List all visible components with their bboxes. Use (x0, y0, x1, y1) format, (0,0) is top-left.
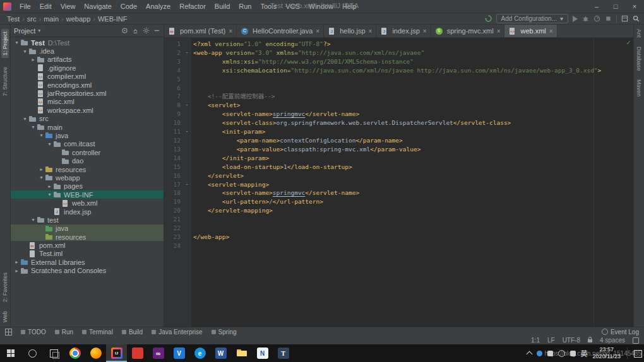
menu-file[interactable]: File (15, 0, 35, 13)
tree-item-test-iml-25[interactable]: Test.iml (11, 250, 164, 258)
code-text[interactable]: <load-on-startup>1</load-on-startup> (191, 163, 352, 172)
hidden-icons-chevron-icon[interactable] (526, 351, 532, 358)
readonly-lock-icon[interactable] (588, 339, 592, 342)
tab-hello-jsp[interactable]: hello.jsp× (324, 25, 376, 37)
tab-spring-mvc-xml[interactable]: spring-mvc.xml× (431, 25, 505, 37)
taskbar-app-file-explorer[interactable] (231, 344, 252, 362)
code-text[interactable]: </servlet> (191, 172, 244, 180)
tree-item-resources-15[interactable]: ▸resources (11, 165, 164, 173)
tree-item-pom-xml-24[interactable]: pom.xml (11, 241, 164, 249)
tree-item-test-21[interactable]: ▾test (11, 216, 164, 224)
tree-item-gitignore-3[interactable]: .gitignore (11, 64, 164, 72)
close-button[interactable]: × (625, 0, 644, 13)
battery-icon[interactable] (570, 351, 576, 356)
expanded-arrow-icon[interactable]: ▾ (21, 116, 28, 122)
menu-run[interactable]: Run (234, 0, 256, 13)
code-text[interactable]: <init-param> (191, 127, 265, 136)
breadcrumb-item-main[interactable]: main (42, 15, 61, 23)
menu-analyze[interactable]: Analyze (141, 0, 175, 13)
code-text[interactable] (191, 215, 193, 224)
network-icon[interactable] (547, 351, 553, 356)
taskbar-app-visual-studio[interactable]: ∞ (148, 344, 169, 362)
tree-item-idea-1[interactable]: ▾.idea (11, 47, 164, 55)
code-text[interactable]: <servlet> (191, 101, 240, 110)
debug-icon[interactable] (582, 15, 589, 22)
tool-window-button-build[interactable]: Build (122, 329, 143, 336)
taskbar-app-chrome[interactable] (64, 344, 85, 362)
breadcrumb-item-test[interactable]: Test (5, 15, 21, 23)
search-everywhere-icon[interactable] (633, 15, 640, 22)
close-tab-icon[interactable]: × (229, 28, 232, 35)
code-text[interactable]: </init-param> (191, 154, 269, 163)
expanded-arrow-icon[interactable]: ▾ (13, 40, 20, 45)
tool-stripe-button-2-favorites[interactable]: 2: Favorites (2, 272, 8, 302)
tool-window-button-spring[interactable]: Spring (212, 329, 237, 336)
breadcrumb-item-webapp[interactable]: webapp (64, 15, 93, 23)
code-text[interactable] (191, 75, 193, 84)
close-tab-icon[interactable]: × (423, 28, 427, 35)
tool-stripe-button-maven[interactable]: Maven (636, 79, 642, 96)
tree-item-external-libraries-26[interactable]: ▸External Libraries (11, 258, 164, 266)
tool-window-switcher-icon[interactable] (5, 329, 12, 336)
editor[interactable]: 1<?xml version="1.0" encoding="UTF-8"?>2… (164, 38, 633, 327)
tab-web-xml[interactable]: web.xml× (504, 25, 557, 37)
action-center-icon[interactable] (634, 350, 642, 358)
tree-item-pages-17[interactable]: ▸pages (11, 182, 164, 190)
menu-build[interactable]: Build (210, 0, 234, 13)
taskbar-app-edge[interactable]: e (189, 344, 210, 362)
gear-icon[interactable] (143, 27, 150, 34)
fold-marker-icon[interactable]: - (183, 180, 191, 189)
tray-app-icon[interactable] (537, 351, 542, 356)
code-text[interactable]: </web-app> (191, 233, 229, 242)
tool-window-button-terminal[interactable]: Terminal (82, 329, 113, 336)
fold-marker-icon[interactable]: - (183, 101, 191, 110)
collapse-all-icon[interactable] (132, 27, 139, 34)
code-text[interactable]: <url-pattern>/</url-pattern> (191, 197, 323, 206)
project-structure-icon[interactable] (621, 15, 628, 22)
close-tab-icon[interactable]: × (369, 28, 373, 35)
maximize-button[interactable]: □ (606, 0, 625, 13)
taskbar-clock[interactable]: 23:57 2020/11/23 (593, 346, 621, 360)
tree-item-web-inf-18[interactable]: ▾WEB-INF (11, 190, 164, 199)
input-language-indicator[interactable]: 英 (581, 348, 588, 358)
code-text[interactable]: <servlet-class>org.springframework.web.s… (191, 119, 511, 127)
cortana-button[interactable] (21, 344, 43, 362)
taskbar-app-word[interactable]: W (210, 344, 231, 362)
collapsed-arrow-icon[interactable]: ▸ (13, 259, 20, 265)
close-tab-icon[interactable]: × (497, 28, 501, 35)
tool-stripe-button-7-structure[interactable]: 7: Structure (2, 67, 8, 96)
tool-window-button-java-enterprise[interactable]: Java Enterprise (152, 329, 202, 336)
tab-pom-xml-test[interactable]: pom.xml (Test)× (164, 25, 237, 37)
tool-stripe-button-ant[interactable]: Ant (636, 29, 642, 38)
tool-window-button-todo[interactable]: TODO (21, 329, 46, 336)
expanded-arrow-icon[interactable]: ▾ (30, 217, 37, 223)
code-text[interactable]: <servlet-mapping> (191, 180, 269, 189)
code-text[interactable]: </servlet-mapping> (191, 206, 273, 215)
expanded-arrow-icon[interactable]: ▾ (30, 124, 37, 130)
tree-item-test-0[interactable]: ▾TestD:\Test (11, 38, 164, 47)
collapsed-arrow-icon[interactable]: ▸ (38, 166, 45, 172)
close-tab-icon[interactable]: × (316, 28, 319, 35)
tree-item-resources-23[interactable]: resources (11, 233, 164, 241)
tree-item-artifacts-2[interactable]: ▸artifacts (11, 55, 164, 64)
taskbar-app-intellij-idea[interactable] (106, 344, 127, 362)
breadcrumb-item-src[interactable]: src (25, 15, 39, 23)
close-tab-icon[interactable]: × (549, 28, 553, 35)
collapsed-arrow-icon[interactable]: ▸ (30, 57, 37, 62)
tree-item-dao-14[interactable]: dao (11, 156, 164, 165)
maven-sync-icon[interactable] (485, 15, 492, 22)
caret-position-widget[interactable]: 1:1 (531, 337, 540, 344)
profiler-icon[interactable] (593, 15, 600, 22)
encoding-widget[interactable]: UTF-8 (563, 337, 580, 344)
expanded-arrow-icon[interactable]: ▾ (46, 192, 53, 197)
tree-item-compiler-xml-4[interactable]: compiler.xml (11, 73, 164, 81)
tree-item-main-10[interactable]: ▾main (11, 123, 164, 131)
code-text[interactable]: <servlet-name>springmvc</servlet-name> (191, 189, 359, 197)
tree-item-controller-13[interactable]: controller (11, 148, 164, 156)
taskbar-app-blue-app[interactable]: V (169, 344, 189, 362)
menu-edit[interactable]: Edit (35, 0, 56, 13)
tool-stripe-button-web[interactable]: Web (2, 311, 8, 322)
taskbar-app-firefox[interactable] (85, 344, 106, 362)
tool-stripe-button-1-project[interactable]: 1: Project (1, 29, 9, 58)
tree-item-workspace-xml-8[interactable]: workspace.xml (11, 106, 164, 114)
